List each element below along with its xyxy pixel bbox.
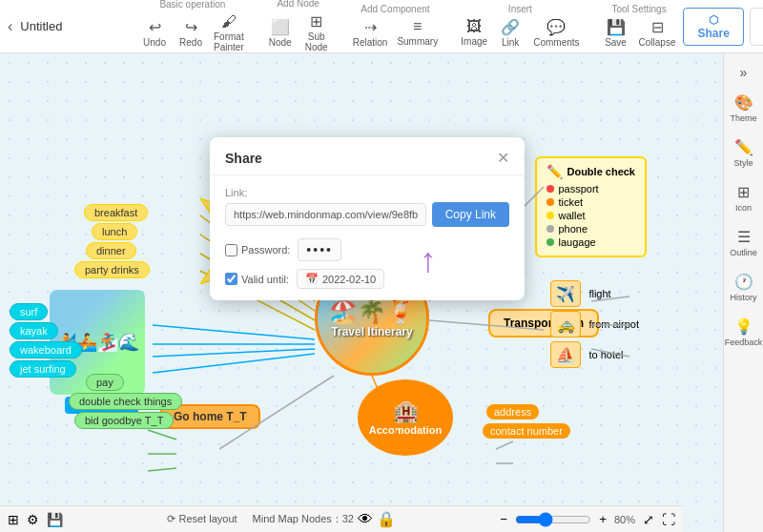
settings-button[interactable]: ⚙ — [27, 512, 39, 527]
svg-line-12 — [148, 430, 176, 440]
node-button[interactable]: ⬜Node — [263, 16, 298, 50]
fullscreen-button[interactable]: ⛶ — [662, 512, 675, 527]
link-row: Copy Link — [225, 202, 509, 227]
valid-until-checkbox[interactable] — [225, 273, 237, 285]
double-check-panel: ✏️ Double check passport ticket wallet p… — [535, 156, 647, 257]
party-drinks-node[interactable]: party drinks — [74, 261, 150, 278]
password-checkbox[interactable] — [225, 244, 237, 256]
insert-group: Insert 🖼Image 🔗Link 💬Comments — [457, 4, 583, 50]
jet-surfing-node[interactable]: jet surfing — [10, 360, 76, 378]
dinner-node[interactable]: dinner — [86, 242, 136, 259]
share-button[interactable]: ⬡ Share — [683, 8, 743, 46]
from-airport-label: from airpot — [588, 318, 639, 330]
double-check-things-node[interactable]: double check things — [69, 393, 182, 410]
zoom-level: 80% — [614, 514, 635, 525]
comments-button[interactable]: 💬Comments — [529, 16, 583, 50]
svg-line-6 — [153, 349, 315, 357]
save-button[interactable]: 💾Save — [599, 16, 633, 50]
icon-panel-icon: ⊞ — [737, 183, 750, 201]
undo-button[interactable]: ↩Undo — [137, 16, 172, 50]
lunch-node[interactable]: lunch — [92, 223, 137, 240]
outline-button[interactable]: ☰ Outline — [724, 222, 763, 263]
add-component-label: Add Component — [361, 4, 429, 14]
sub-node-button[interactable]: ⊞Sub Node — [299, 10, 334, 54]
address-node[interactable]: address — [486, 404, 539, 419]
tool-settings-label: Tool Settings — [611, 4, 666, 14]
double-check-title: Double check — [567, 166, 635, 177]
format-painter-button[interactable]: 🖌Format Painter — [210, 11, 248, 54]
password-value: •••• — [298, 238, 341, 261]
kayak-node[interactable]: kayak — [10, 322, 58, 339]
collapse-button[interactable]: ⊟Collapse — [635, 16, 680, 50]
pay-node[interactable]: pay — [86, 374, 124, 391]
central-emoji: 🏖️🌴🍹 — [329, 298, 415, 325]
flight-item: ✈️ flight — [550, 280, 639, 307]
zoom-out-button[interactable]: − — [500, 512, 507, 526]
eye-button[interactable]: 👁 — [358, 511, 373, 528]
breakfast-node[interactable]: breakfast — [84, 204, 148, 221]
summary-button[interactable]: ≡Summary — [393, 16, 442, 49]
wakeboard-node[interactable]: wakeboard — [10, 341, 82, 358]
passport-item: passport — [546, 183, 635, 194]
copy-link-button[interactable]: Copy Link — [432, 202, 509, 227]
from-airport-item: 🚕 from airpot — [550, 311, 639, 338]
ticket-label: ticket — [558, 196, 583, 208]
phone-dot — [546, 225, 554, 233]
main-area: breakfast lunch dinner party drinks 🏄🚣🏂🌊… — [0, 53, 763, 532]
reset-layout-button[interactable]: ⟳ Reset layout — [167, 513, 237, 525]
accommodation-label: Accomodation — [369, 424, 442, 436]
hotel-emoji: 🏨 — [393, 399, 419, 424]
redo-button[interactable]: ↪Redo — [174, 16, 208, 50]
password-row: Password: •••• — [225, 238, 509, 261]
central-label: Travel Itinerary — [327, 325, 416, 338]
history-button[interactable]: 🕐 History — [724, 267, 763, 308]
icon-panel-button[interactable]: ⊞ Icon — [724, 177, 763, 218]
basic-operation-group: Basic operation ↩Undo ↪Redo 🖌Format Pain… — [137, 0, 248, 54]
dialog-header: Share ✕ — [210, 137, 525, 175]
link-input[interactable] — [225, 203, 426, 226]
grid-view-button[interactable]: ⊞ — [8, 512, 19, 527]
passport-label: passport — [558, 183, 598, 194]
style-icon: ✏️ — [734, 138, 753, 156]
theme-button[interactable]: 🎨 Theme — [724, 88, 763, 129]
outline-icon: ☰ — [737, 228, 751, 246]
right-sidebar: » 🎨 Theme ✏️ Style ⊞ Icon ☰ Outline 🕐 Hi… — [723, 53, 763, 532]
fit-screen-button[interactable]: ⤢ — [643, 512, 654, 527]
insert-label: Insert — [508, 4, 532, 14]
style-button[interactable]: ✏️ Style — [724, 133, 763, 174]
contact-number-node[interactable]: contact number — [483, 423, 570, 439]
bottom-icons: ⊞ ⚙ 💾 — [8, 512, 63, 527]
zoom-slider[interactable] — [515, 512, 591, 527]
date-field[interactable]: 📅 2022-02-10 — [297, 269, 384, 289]
dialog-title: Share — [225, 151, 262, 166]
feedback-button[interactable]: 💡 Feedback — [724, 312, 763, 353]
close-dialog-button[interactable]: ✕ — [497, 149, 509, 167]
copy-arrow-indicator: ↑ — [420, 240, 437, 280]
image-button[interactable]: 🖼Image — [457, 16, 491, 49]
zoom-controls: − + 80% ⤢ ⛶ — [500, 512, 675, 527]
share-dialog: Share ✕ Link: Copy Link Password: •••• — [210, 137, 525, 300]
relation-button[interactable]: ⇢Relation — [349, 16, 392, 50]
collapse-sidebar-button[interactable]: » — [736, 61, 752, 84]
lock-button[interactable]: 🔒 — [377, 510, 396, 528]
wallet-dot — [546, 212, 554, 219]
svg-line-14 — [148, 468, 176, 471]
valid-row: Valid until: 📅 2022-02-10 — [225, 269, 509, 289]
export-button[interactable]: ↑ Export — [750, 8, 763, 46]
wallet-label: wallet — [558, 210, 585, 221]
accommodation-node[interactable]: 🏨 Accomodation — [358, 379, 453, 456]
back-button[interactable]: ‹ — [8, 18, 12, 35]
bid-goodbye-node[interactable]: bid goodbye T_T — [74, 412, 174, 429]
link-button[interactable]: 🔗Link — [493, 16, 527, 50]
add-node-label: Add Node — [277, 0, 319, 9]
zoom-in-button[interactable]: + — [599, 512, 607, 526]
canvas[interactable]: breakfast lunch dinner party drinks 🏄🚣🏂🌊… — [0, 53, 723, 532]
bottom-save-button[interactable]: 💾 — [47, 512, 63, 527]
node-count: Mind Map Nodes：32 — [253, 512, 354, 526]
valid-until-label: Valid until: — [225, 273, 289, 285]
surf-node[interactable]: surf — [10, 303, 48, 320]
taxi-icon: 🚕 — [550, 311, 581, 338]
toolbar: ‹ Untitled Basic operation ↩Undo ↪Redo 🖌… — [0, 0, 763, 53]
boat-icon: ⛵ — [550, 341, 581, 368]
add-component-group: Add Component ⇢Relation ≡Summary — [349, 4, 443, 50]
